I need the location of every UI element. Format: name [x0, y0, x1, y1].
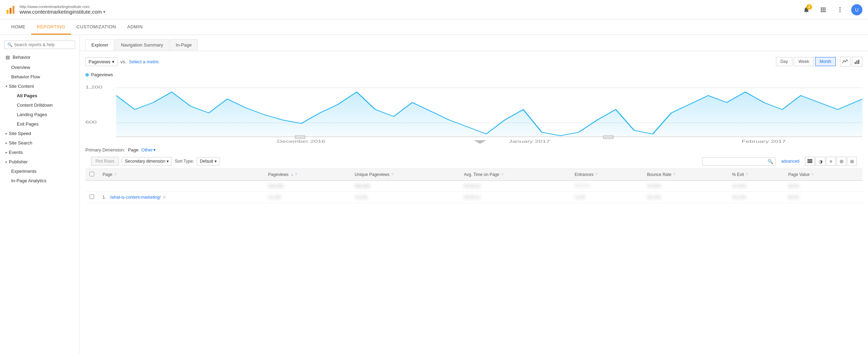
site-info: http://www.contentmarketinginstitute.com… [20, 5, 105, 15]
week-button[interactable]: Week [794, 57, 813, 66]
sidebar-item-site-speed[interactable]: ▸ Site Speed [0, 129, 79, 138]
svg-point-3 [839, 7, 840, 8]
site-url-main[interactable]: www.contentmarketinginstitute.com ▾ [20, 9, 105, 15]
tab-customization[interactable]: CUSTOMIZATION [71, 20, 122, 35]
col-pct-exit: % Exit ? [728, 169, 784, 181]
chart-svg-wrapper: 1,200 600 December 2016 January 2017 Feb… [85, 82, 862, 144]
table-header-row: Page ? Pageviews ↓ ? Unique Pageviews ? [85, 169, 862, 181]
summary-pageviews-cell: 999,999 [264, 180, 350, 192]
summary-check-cell [85, 180, 98, 192]
sidebar-item-publisher[interactable]: ▸ Publisher [0, 157, 79, 167]
table-search-icon[interactable]: 🔍 [768, 159, 773, 164]
sort-type-label: Sort Type: [175, 159, 194, 164]
tab-reporting[interactable]: REPORTING [31, 20, 71, 35]
col-bounce-rate-help-icon[interactable]: ? [673, 172, 676, 177]
more-button[interactable] [834, 4, 846, 15]
col-entrances-help-icon[interactable]: ? [595, 172, 597, 177]
row1-checkbox[interactable] [90, 194, 94, 199]
top-bar: http://www.contentmarketinginstitute.com… [0, 0, 868, 20]
sec-dim-label: Secondary dimension [125, 159, 165, 164]
row1-pageviews-cell: 12,345 [264, 192, 350, 203]
sidebar-item-experiments[interactable]: Experiments [0, 167, 79, 176]
dim-page-link[interactable]: Page [128, 147, 138, 153]
apps-icon [820, 6, 827, 13]
svg-rect-8 [858, 60, 859, 64]
sort-down-icon[interactable]: ↓ [291, 172, 293, 177]
col-page: Page ? [98, 169, 264, 181]
col-page-help-icon[interactable]: ? [114, 172, 116, 177]
sidebar-item-all-pages[interactable]: All Pages [0, 91, 79, 100]
sidebar-label-content-drilldown: Content Drilldown [17, 102, 53, 108]
table-search-bar[interactable]: 🔍 [702, 157, 776, 165]
tab-home[interactable]: HOME [6, 20, 31, 35]
table-view-button[interactable] [805, 157, 815, 166]
sub-tabs: Explorer Navigation Summary In-Page [80, 35, 868, 51]
notification-button[interactable]: 2 [801, 4, 812, 15]
summary-value-cell: $0.00 [784, 180, 862, 192]
pie-view-button[interactable]: ◑ [816, 157, 825, 166]
secondary-dimension-dropdown[interactable]: Secondary dimension ▾ [122, 157, 172, 165]
row1-page-link[interactable]: /what-is-content-marketing/ [110, 195, 161, 200]
advanced-link[interactable]: advanced [781, 159, 799, 164]
sidebar-item-events[interactable]: ▸ Events [0, 148, 79, 157]
month-button[interactable]: Month [815, 57, 836, 66]
tab-admin[interactable]: ADMIN [121, 20, 148, 35]
col-pageviews-help-icon[interactable]: ? [295, 172, 297, 177]
sidebar-item-site-content[interactable]: ▾ Site Content [0, 82, 79, 91]
col-page-value-help-icon[interactable]: ? [812, 172, 814, 177]
avatar[interactable]: U [851, 4, 862, 15]
col-avg-time-help-icon[interactable]: ? [501, 172, 503, 177]
chevron-right-icon-speed: ▸ [6, 132, 7, 135]
other-dropdown-arrow: ▾ [153, 147, 156, 153]
copy-icon[interactable]: ⎘ [163, 195, 166, 200]
table-row: 1. /what-is-content-marketing/ ⎘ 12,345 … [85, 192, 862, 203]
sidebar-item-exit-pages[interactable]: Exit Pages [0, 119, 79, 129]
sidebar-item-landing-pages[interactable]: Landing Pages [0, 110, 79, 119]
compare-view-button[interactable]: ≡ [826, 157, 836, 166]
sidebar-item-site-search[interactable]: ▸ Site Search [0, 138, 79, 148]
sidebar-item-behavior[interactable]: ▤ Behavior [0, 52, 79, 63]
view-buttons: ◑ ≡ ⊞ ⊞ [805, 157, 857, 166]
scatter-view-button[interactable]: ⊞ [847, 157, 857, 166]
sidebar-item-behavior-flow[interactable]: Behavior Flow [0, 72, 79, 82]
summary-avg-time-cell: 00:04:32 [460, 180, 570, 192]
primary-dim-label: Primary Dimension: [85, 147, 125, 153]
row1-bounce-value: 48.23% [647, 195, 662, 200]
sidebar-label-experiments: Experiments [11, 169, 36, 174]
pivot-view-button[interactable]: ⊞ [836, 157, 846, 166]
day-button[interactable]: Day [776, 57, 792, 66]
sub-tab-navigation-summary[interactable]: Navigation Summary [115, 39, 169, 51]
sort-default-dropdown[interactable]: Default ▾ [197, 157, 220, 165]
select-metric-link[interactable]: Select a metric [129, 59, 159, 64]
content-area: Explorer Navigation Summary In-Page Page… [80, 35, 868, 354]
site-dropdown-arrow[interactable]: ▾ [103, 9, 105, 14]
row1-exit-value: 38.12% [732, 195, 747, 200]
row1-bounce-cell: 48.23% [643, 192, 728, 203]
sidebar-label-site-content: Site Content [9, 84, 34, 89]
apps-button[interactable] [818, 4, 829, 15]
row1-value-cell: $0.00 [784, 192, 862, 203]
col-pct-exit-help-icon[interactable]: ? [746, 172, 748, 177]
svg-rect-18 [295, 135, 305, 139]
sub-tab-in-page[interactable]: In-Page [170, 39, 198, 51]
sidebar-item-in-page-analytics[interactable]: In-Page Analytics [0, 176, 79, 185]
search-input[interactable] [14, 42, 72, 47]
dim-other-link[interactable]: Other ▾ [141, 147, 156, 153]
col-pageviews-label: Pageviews [268, 172, 288, 177]
search-box[interactable]: 🔍 [4, 41, 75, 49]
vs-label: vs. [120, 59, 126, 64]
line-chart-button[interactable] [840, 57, 850, 66]
sub-tab-explorer[interactable]: Explorer [85, 39, 114, 51]
sidebar-item-content-drilldown[interactable]: Content Drilldown [0, 100, 79, 110]
bar-chart-button[interactable] [852, 57, 862, 66]
metric-dropdown[interactable]: Pageviews ▾ [85, 57, 118, 66]
plot-rows-button[interactable]: Plot Rows [91, 157, 119, 166]
table-search-input[interactable] [705, 159, 768, 164]
col-page-value: Page Value ? [784, 169, 862, 181]
row1-avg-time-value: 00:03:12 [464, 195, 480, 200]
svg-text:December 2016: December 2016 [277, 139, 326, 143]
col-unique-help-icon[interactable]: ? [391, 172, 393, 177]
select-all-checkbox[interactable] [90, 172, 94, 176]
sidebar-item-overview[interactable]: Overview [0, 63, 79, 72]
table-view-icon [807, 159, 812, 163]
